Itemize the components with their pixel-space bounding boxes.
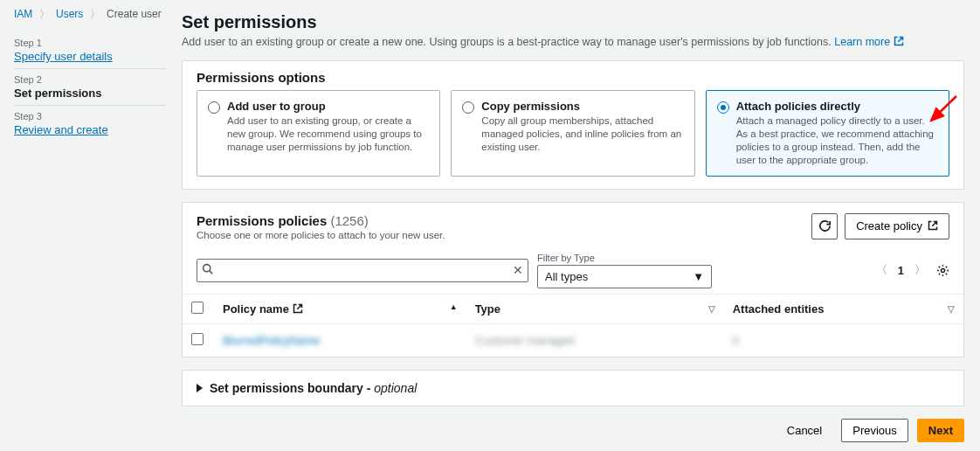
page-next-button[interactable]: 〉	[911, 260, 929, 280]
wizard-step-3[interactable]: Step 3 Review and create	[14, 106, 166, 142]
wizard-step-1[interactable]: Step 1 Specify user details	[14, 32, 166, 69]
external-link-icon	[894, 36, 904, 48]
chevron-right-icon: 〉	[39, 8, 50, 20]
row-checkbox[interactable]	[191, 333, 204, 345]
page-number: 1	[898, 264, 904, 277]
clear-search-icon[interactable]: ✕	[513, 263, 523, 277]
table-row[interactable]: BlurredPolicyName Customer managed 0	[183, 323, 963, 357]
step-label: Step 2	[14, 74, 166, 85]
filter-icon[interactable]: ▽	[948, 304, 955, 314]
previous-button[interactable]: Previous	[841, 419, 908, 442]
column-attached-entities[interactable]: Attached entities ▽	[724, 294, 963, 323]
breadcrumb-iam[interactable]: IAM	[14, 8, 32, 20]
page-title: Set permissions	[182, 12, 964, 32]
refresh-icon	[818, 219, 832, 232]
step-name: Set permissions	[14, 87, 166, 100]
external-link-icon	[928, 219, 938, 232]
permissions-policies-panel: Permissions policies (1256) Choose one o…	[182, 202, 964, 357]
step-label: Step 1	[14, 38, 166, 48]
svg-point-2	[941, 268, 944, 272]
wizard-step-2: Step 2 Set permissions	[14, 69, 166, 106]
option-add-to-group[interactable]: Add user to group Add user to an existin…	[197, 90, 440, 177]
policy-entities: 0	[733, 334, 739, 347]
option-desc: Add user to an existing group, or create…	[227, 114, 429, 154]
external-link-icon	[293, 302, 303, 316]
create-policy-button[interactable]: Create policy	[845, 213, 949, 239]
radio-icon	[208, 101, 220, 114]
page-prev-button[interactable]: 〈	[873, 260, 891, 280]
policies-subtitle: Choose one or more policies to attach to…	[197, 230, 445, 240]
policies-count: (1256)	[330, 213, 368, 228]
step-name: Specify user details	[14, 50, 166, 63]
select-all-checkbox[interactable]	[191, 302, 204, 314]
option-copy-permissions[interactable]: Copy permissions Copy all group membersh…	[451, 90, 694, 177]
policy-type: Customer managed	[475, 334, 575, 347]
option-title: Copy permissions	[481, 100, 683, 113]
breadcrumb-current: Create user	[107, 8, 162, 20]
chevron-right-icon: 〉	[90, 8, 100, 20]
policies-title: Permissions policies (1256)	[197, 213, 369, 228]
policies-table: Policy name ▲ Type ▽ Attached entities ▽	[183, 294, 963, 357]
caret-down-icon: ▼	[693, 270, 704, 283]
refresh-button[interactable]	[811, 213, 838, 239]
filter-type-select[interactable]: All types ▼	[537, 265, 712, 288]
gear-icon	[936, 264, 949, 277]
radio-icon	[462, 101, 474, 114]
search-icon	[202, 263, 213, 277]
permissions-boundary-panel[interactable]: Set permissions boundary - optional	[182, 370, 964, 406]
breadcrumb: IAM 〉 Users 〉 Create user	[14, 7, 175, 22]
sort-asc-icon: ▲	[450, 302, 458, 311]
filter-type-label: Filter by Type	[537, 253, 712, 263]
option-desc: Attach a managed policy directly to a us…	[736, 114, 938, 167]
policy-name-link[interactable]: BlurredPolicyName	[223, 334, 320, 347]
column-policy-name[interactable]: Policy name ▲	[214, 294, 466, 323]
step-label: Step 3	[14, 111, 166, 121]
table-settings-button[interactable]	[936, 264, 949, 277]
learn-more-link[interactable]: Learn more	[834, 36, 903, 48]
option-attach-policies-directly[interactable]: Attach policies directly Attach a manage…	[706, 90, 949, 177]
option-desc: Copy all group memberships, attached man…	[481, 114, 683, 154]
permissions-options-panel: Permissions options Add user to group Ad…	[182, 60, 964, 190]
option-title: Add user to group	[227, 100, 429, 113]
column-type[interactable]: Type ▽	[466, 294, 724, 323]
policy-search-input[interactable]	[197, 259, 528, 282]
option-title: Attach policies directly	[736, 100, 938, 113]
svg-point-1	[204, 265, 210, 272]
step-name: Review and create	[14, 123, 166, 136]
filter-icon[interactable]: ▽	[708, 304, 715, 314]
cancel-button[interactable]: Cancel	[776, 419, 832, 442]
page-subtitle: Add user to an existing group or create …	[182, 36, 964, 48]
panel-title: Permissions options	[183, 61, 963, 90]
radio-icon	[717, 101, 729, 114]
next-button[interactable]: Next	[917, 419, 964, 442]
breadcrumb-users[interactable]: Users	[56, 8, 83, 20]
caret-right-icon	[197, 384, 203, 392]
